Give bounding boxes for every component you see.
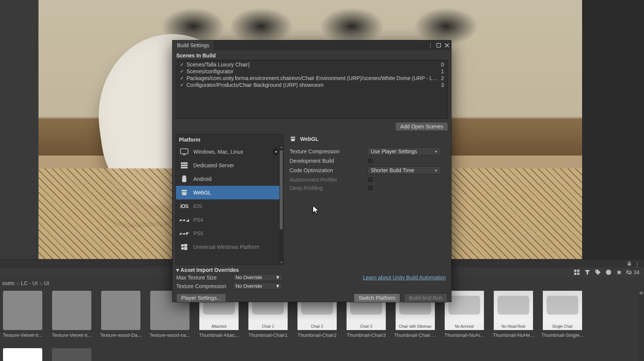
list-item[interactable] <box>2 348 44 361</box>
scene-row[interactable]: ✓Scenes/Talla Luxury Chair0 <box>176 61 448 68</box>
svg-rect-10 <box>181 244 184 247</box>
svg-rect-2 <box>574 273 576 275</box>
window-menu-icon[interactable]: ⋮ <box>426 40 434 50</box>
platform-item-android[interactable]: Android <box>176 172 283 186</box>
unity-badge-icon: ✦ <box>273 148 279 155</box>
svg-rect-12 <box>181 247 184 250</box>
svg-point-4 <box>606 270 611 275</box>
deep-profiling-checkbox <box>367 185 373 191</box>
list-item[interactable]: Single ChairThumbnail-Single... <box>541 291 584 338</box>
scene-row[interactable]: ✓Scenes/configurator1 <box>176 68 448 75</box>
overrides-header: Asset Import Overrides <box>180 267 239 273</box>
platform-item-ps4[interactable]: ▰▰◢PS4 <box>176 213 283 227</box>
code-optimization-label: Code Optimization <box>290 167 367 173</box>
platform-item-ps5[interactable]: ▰▰◤PS5 <box>176 227 283 240</box>
info-icon[interactable] <box>605 268 612 276</box>
tag-icon[interactable] <box>594 268 602 276</box>
svg-rect-0 <box>574 270 576 272</box>
svg-rect-11 <box>184 244 187 247</box>
grid-icon[interactable] <box>573 268 581 276</box>
svg-rect-3 <box>577 273 579 275</box>
webgl-icon <box>290 136 296 142</box>
ps5-icon: ▰▰◤ <box>180 230 189 237</box>
platform-item-uwp[interactable]: Universal Windows Platform <box>176 240 283 254</box>
platform-details: WebGL Texture Compression Use Player Set… <box>283 134 448 265</box>
platform-item-webgl[interactable]: WebGL <box>176 186 283 199</box>
override-texture-compression-select[interactable]: No Override▼ <box>233 282 283 290</box>
window-footer: Player Settings... Switch Platform Build… <box>173 291 451 305</box>
svg-rect-6 <box>180 149 188 154</box>
svg-rect-13 <box>184 247 187 250</box>
build-automation-link[interactable]: Learn about Unity Build Automation <box>363 275 446 281</box>
development-build-checkbox[interactable] <box>367 158 373 164</box>
platform-item-standalone[interactable]: Windows, Mac, Linux✦ <box>176 145 283 159</box>
scene-row[interactable]: ✓Configurator/Products/Chair Background … <box>176 82 448 88</box>
ps4-icon: ▰▰◢ <box>180 216 189 224</box>
max-texture-size-select[interactable]: No Override▼ <box>233 274 283 281</box>
build-and-run-button: Build And Run <box>404 293 447 302</box>
hidden-count-value: 34 <box>633 269 639 275</box>
project-scrollbar[interactable] <box>639 291 644 361</box>
list-item[interactable]: No Head RestThumbnail-NoHe... <box>492 291 535 338</box>
kebab-icon[interactable]: ⋮ <box>635 262 640 268</box>
list-item[interactable]: Texture-Velvet-Ir... <box>2 291 44 338</box>
breadcrumb[interactable]: ssets› LC - UI› UI <box>0 279 49 288</box>
window-title-tab[interactable]: Build Settings <box>173 40 214 50</box>
check-icon[interactable]: ✓ <box>180 76 184 80</box>
filter-icon[interactable] <box>584 268 591 276</box>
breadcrumb-seg-1[interactable]: LC - UI <box>21 280 37 286</box>
scene-row[interactable]: ✓Packages/com.unity.forma.environment.ch… <box>176 75 448 82</box>
list-item[interactable] <box>51 348 93 361</box>
standalone-icon <box>180 148 189 156</box>
svg-rect-9 <box>181 167 188 168</box>
scenes-list[interactable]: ✓Scenes/Talla Luxury Chair0✓Scenes/confi… <box>176 60 448 119</box>
uwp-icon <box>180 243 189 251</box>
svg-rect-1 <box>577 270 579 272</box>
list-item[interactable]: Texture-wood-Da... <box>100 291 142 338</box>
breadcrumb-seg-0[interactable]: ssets <box>2 280 15 286</box>
platform-item-ios[interactable]: iOSiOS <box>176 199 283 213</box>
check-icon[interactable]: ✓ <box>180 62 184 67</box>
window-title: Build Settings <box>177 42 210 48</box>
build-settings-window: Build Settings ⋮ Scenes In Build ✓Scenes… <box>172 40 451 302</box>
breadcrumb-seg-2[interactable]: UI <box>44 280 49 286</box>
switch-platform-button[interactable]: Switch Platform <box>354 293 400 302</box>
platform-list[interactable]: Windows, Mac, Linux✦Dedicated ServerAndr… <box>176 145 283 264</box>
texture-compression-label: Texture Compression <box>290 148 367 154</box>
autoconnect-profiler-checkbox <box>367 177 373 183</box>
star-icon[interactable] <box>615 268 623 276</box>
list-item[interactable]: Texture-Velvet-Ir... <box>51 291 93 338</box>
android-icon <box>180 175 189 183</box>
svg-rect-7 <box>181 162 188 164</box>
max-texture-size-label: Max Texture Size <box>176 275 231 281</box>
code-optimization-select[interactable]: Shorter Build Time▼ <box>367 166 441 174</box>
check-icon[interactable]: ✓ <box>180 83 184 87</box>
foldout-icon[interactable]: ▾ <box>176 267 179 273</box>
add-open-scenes-button[interactable]: Add Open Scenes <box>395 122 448 131</box>
maximize-icon[interactable] <box>434 40 443 50</box>
ios-icon: iOS <box>180 202 189 210</box>
svg-rect-5 <box>437 43 441 47</box>
dedicated-icon <box>180 162 189 169</box>
lock-icon[interactable] <box>627 261 632 266</box>
override-texture-compression-label: Texture Compression <box>176 283 231 289</box>
thumbnail-grid-row2 <box>0 348 93 361</box>
development-build-label: Development Build <box>290 158 367 164</box>
webgl-icon <box>180 189 189 196</box>
hidden-count: 34 <box>626 269 639 275</box>
check-icon[interactable]: ✓ <box>180 69 184 74</box>
autoconnect-profiler-label: Autoconnect Profiler <box>290 177 367 183</box>
svg-rect-8 <box>181 165 188 166</box>
scenes-label: Scenes In Build <box>173 50 451 60</box>
platform-label: Platform <box>176 134 283 145</box>
texture-compression-select[interactable]: Use Player Settings▼ <box>367 147 441 156</box>
details-title: WebGL <box>300 136 319 142</box>
cursor-icon <box>313 205 319 214</box>
platform-item-dedicated[interactable]: Dedicated Server <box>176 159 283 172</box>
close-icon[interactable] <box>443 40 451 50</box>
deep-profiling-label: Deep Profiling <box>290 185 367 191</box>
platform-scrollbar[interactable]: ▴▾ <box>279 145 283 264</box>
player-settings-button[interactable]: Player Settings... <box>176 293 226 302</box>
window-titlebar[interactable]: Build Settings ⋮ <box>173 40 451 50</box>
platform-panel: Platform Windows, Mac, Linux✦Dedicated S… <box>176 134 283 265</box>
